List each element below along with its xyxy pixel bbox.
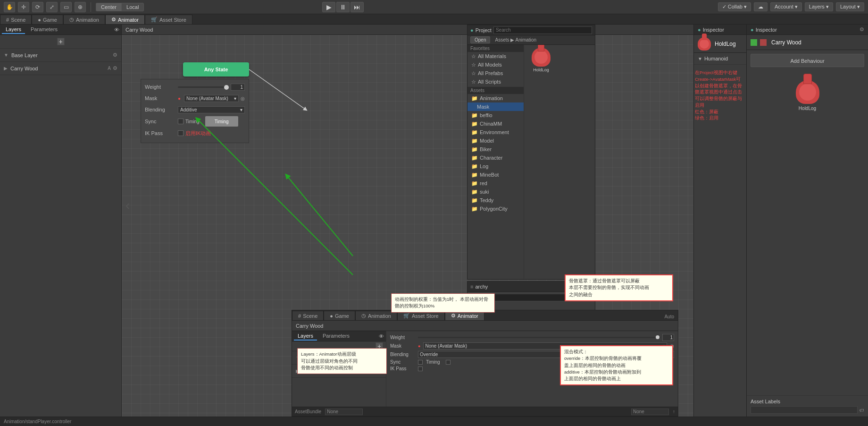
add-behaviour-btn[interactable]: Add Behaviour [751,54,864,67]
asset-bundle-dropdown[interactable]: None [325,409,363,415]
scale-tool-btn[interactable]: ⤢ [46,2,58,12]
folder-log[interactable]: 📁Log [467,162,524,170]
bottom-params-tab[interactable]: Parameters [319,332,353,341]
bottom-weight-input[interactable]: 1 [662,334,674,341]
tab-animation[interactable]: ◷ Animation [63,15,105,24]
folder-beffio[interactable]: 📁beffio [467,111,524,119]
folder-chinamm[interactable]: 📁ChinaMM [467,119,524,128]
bottom-blending-label: Blending [390,352,416,357]
rect-tool-btn[interactable]: ▭ [60,2,72,12]
tab-animator[interactable]: ⚙ Animator [105,15,145,24]
folder-environment[interactable]: 📁Environment [467,128,524,136]
folder-biker[interactable]: 📁Biker [467,145,524,153]
tab-game[interactable]: ● Game [32,15,63,24]
step-btn[interactable]: ⏭ [351,2,364,12]
folder-teddy[interactable]: 📁Teddy [467,196,524,204]
folder-icon-5: 📁 [471,138,478,144]
blending-dropdown[interactable]: Additive ▾ [178,106,245,113]
layers-tab[interactable]: Layers [2,26,25,34]
bottom-eye-icon[interactable]: 👁 [379,333,384,339]
asset-labels-title: Asset Labels [751,399,864,404]
project-icon: ● [470,27,474,33]
asset-bundle-second-value: None [633,409,644,414]
any-state-node[interactable]: Any State [183,62,249,77]
bottom-weight-label: Weight [390,335,416,340]
blending-value-area: Additive ▾ [178,106,245,113]
favorites-header: Favorites [467,45,524,52]
bottom-ik-checkbox[interactable] [418,366,423,371]
fav-all-models[interactable]: ☆All Models [467,60,524,69]
mask-dropdown[interactable]: None (Avatar Mask) ▾ [184,95,239,102]
bottom-sync-checkbox[interactable] [418,360,423,365]
multi-tool-btn[interactable]: ⊕ [75,2,86,12]
asset-bundle-second[interactable]: None [631,409,669,415]
folder-minebot[interactable]: 📁MineBot [467,170,524,179]
dropdown-arrow: ▾ [234,96,236,101]
bottom-layers-tab[interactable]: Layers [294,332,317,341]
play-btn[interactable]: ▶ [322,2,335,12]
folder-polygoncity[interactable]: 📁PolygonCity [467,204,524,213]
sync-checkbox[interactable] [178,119,184,124]
folder-icon-10: 📁 [471,180,478,187]
carry-wood-gear[interactable]: ⚙ [113,65,117,71]
right-inspector-dot: ● [751,27,754,33]
right-inspector-gear[interactable]: ⚙ [860,26,864,33]
bottom-panel-tabs: Layers Parameters 👁 [292,331,386,341]
ik-pass-text: 启用IK动画 [185,130,211,137]
nav-left-arrow[interactable]: ‹ [125,198,130,213]
ik-pass-checkbox[interactable] [178,130,184,136]
bottom-ik-label: IK Pass [390,366,416,371]
holdlog-asset-icon [532,48,551,67]
asset-mask[interactable]: Mask [467,102,524,111]
fav-all-materials[interactable]: ☆All Materials [467,52,524,60]
eye-icon[interactable]: 👁 [114,27,119,33]
btab-scene[interactable]: # Scene [292,311,324,320]
bottom-weight-slider[interactable] [418,337,660,338]
weight-input[interactable]: 1 [231,84,245,91]
asset-label-input[interactable] [751,406,858,414]
right-holdlog-icon [796,80,819,104]
folder-animation[interactable]: 📁Animation [467,94,524,102]
move-tool-btn[interactable]: ✛ [18,2,29,12]
carry-wood-layer-item[interactable]: ▶ Carry Wood A ⚙ [0,62,121,75]
folder-character[interactable]: 📁Character [467,153,524,162]
btab-game[interactable]: ● Game [324,311,355,320]
weight-slider[interactable] [178,86,229,88]
folder-suki[interactable]: 📁suki [467,187,524,196]
local-btn[interactable]: Local [122,3,143,11]
sync-row: Sync Timing Timing [145,116,245,127]
folder-red[interactable]: 📁red [467,179,524,187]
bottom-weight-thumb [656,335,659,339]
hand-tool-btn[interactable]: ✋ [4,2,15,12]
project-search[interactable] [493,26,592,34]
base-layer-item[interactable]: ▼ Base Layer ⚙ [0,49,121,62]
bottom-timing-checkbox[interactable] [446,360,451,365]
carry-wood-header: Carry Wood [747,35,868,50]
open-btn[interactable]: Open [470,36,490,43]
layers-btn[interactable]: Layers ▾ [805,2,833,11]
tab-asset-store[interactable]: 🛒 Asset Store [145,15,192,24]
cloud-btn[interactable]: ☁ [754,2,768,11]
fav-all-prefabs[interactable]: ☆All Prefabs [467,69,524,77]
timing-node[interactable]: Timing [205,116,238,127]
mask-circle-icon[interactable]: ◎ [241,96,245,101]
add-layer-btn[interactable]: + [57,38,65,45]
collab-btn[interactable]: ✓ Collab ▾ [718,2,751,11]
bundle-icon[interactable]: ↑ [673,409,675,414]
center-btn[interactable]: Center [96,3,122,11]
pause-btn[interactable]: ⏸ [336,2,350,12]
left-animator-panel: Layers Parameters 👁 + ▼ Base Layer ⚙ ▶ C… [0,25,122,426]
rotate-tool-btn[interactable]: ⟳ [32,2,43,12]
layout-btn[interactable]: Layout ▾ [836,2,864,11]
base-layer-gear[interactable]: ⚙ [113,52,117,58]
tab-scene[interactable]: # Scene [0,15,32,24]
expand-icon[interactable]: ▼ [698,56,702,61]
parameters-tab[interactable]: Parameters [27,26,61,34]
folder-icon-8: 📁 [471,163,478,170]
holdlog-asset-item[interactable]: HoldLog [527,48,555,72]
right-holdlog-label: HoldLog [799,106,816,111]
account-btn[interactable]: Account ▾ [770,2,802,11]
fav-all-scripts[interactable]: ☆All Scripts [467,77,524,86]
asset-label-icon[interactable]: 🏷 [860,408,864,413]
folder-model[interactable]: 📁Model [467,136,524,145]
